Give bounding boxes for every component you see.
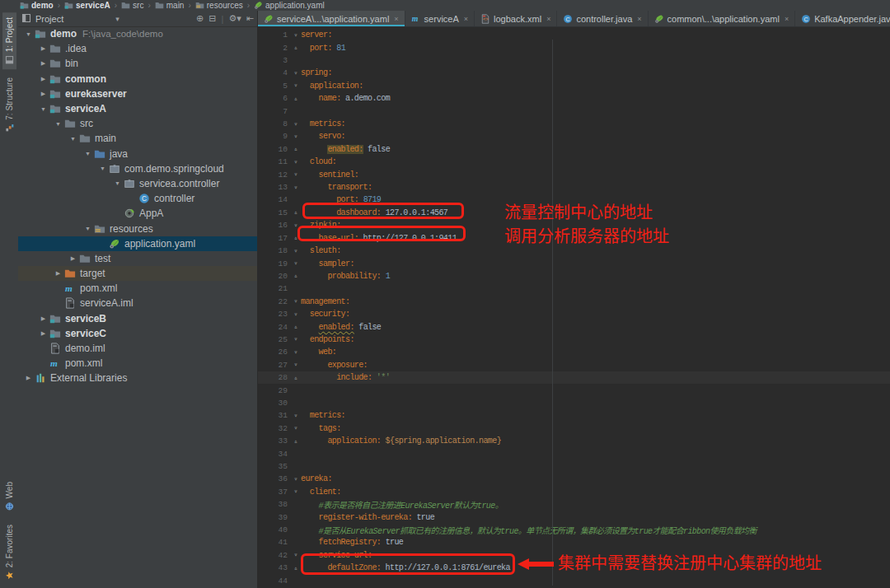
fold-end-icon[interactable]: ▵ xyxy=(291,438,301,445)
code-line-24[interactable]: 24▵ enabled: false xyxy=(258,320,890,333)
tree-item-demo[interactable]: ▼demoF:\java_code\demo xyxy=(18,26,257,41)
tree-expand-arrow-icon[interactable]: ▶ xyxy=(23,375,34,381)
fold-start-icon[interactable]: ▿ xyxy=(291,222,301,229)
code-line-20[interactable]: 20▵ probability: 1 xyxy=(258,270,890,282)
code-line-26[interactable]: 26▿ web: xyxy=(258,346,890,358)
tree-item-appa[interactable]: AppA xyxy=(18,206,257,221)
editor-tab-controller-java[interactable]: Ccontroller.java× xyxy=(557,11,648,26)
tree-item-servicea-controller[interactable]: ▼servicea.controller xyxy=(18,176,257,191)
fold-start-icon[interactable]: ▿ xyxy=(291,488,301,495)
tree-expand-arrow-icon[interactable]: ▶ xyxy=(38,315,49,322)
hide-panel-icon[interactable]: ⇤ xyxy=(246,13,254,24)
code-line-17[interactable]: 17▵ base-url: http://127.0.0.1:9411 xyxy=(258,232,890,245)
code-line-1[interactable]: 1▿server: xyxy=(258,29,890,41)
editor-tab-logback-xml[interactable]: <>logback.xml× xyxy=(475,11,557,26)
code-editor[interactable]: 1▿server:2▵ port: 8134▿spring:5▿ applica… xyxy=(258,27,890,588)
fold-end-icon[interactable]: ▵ xyxy=(291,96,301,102)
editor-tab-kafkaappender-java[interactable]: CKafkaAppender.java× xyxy=(795,11,890,26)
fold-end-icon[interactable]: ▵ xyxy=(291,273,301,279)
tree-item-src[interactable]: ▼src xyxy=(18,116,257,131)
tree-item-pom-xml[interactable]: mpom.xml xyxy=(18,356,257,371)
tool-window-button-web[interactable]: Web xyxy=(2,477,16,516)
breadcrumb-item-resources[interactable]: resources xyxy=(195,1,243,10)
code-line-13[interactable]: 13▿ transport: xyxy=(258,181,890,194)
code-line-19[interactable]: 19▿ sampler: xyxy=(258,257,890,269)
code-line-5[interactable]: 5▿ application: xyxy=(258,80,890,92)
fold-start-icon[interactable]: ▿ xyxy=(291,425,301,432)
fold-end-icon[interactable]: ▵ xyxy=(291,209,301,216)
code-line-32[interactable]: 32▿ tags: xyxy=(258,422,890,435)
code-line-2[interactable]: 2▵ port: 81 xyxy=(258,41,890,54)
fold-start-icon[interactable]: ▿ xyxy=(291,336,301,343)
code-line-9[interactable]: 9▿ servo: xyxy=(258,130,890,142)
tree-expand-arrow-icon[interactable]: ▶ xyxy=(38,45,49,52)
fold-start-icon[interactable]: ▿ xyxy=(291,476,301,483)
tree-item-eurekaserver[interactable]: ▶eurekaserver xyxy=(18,86,257,101)
close-icon[interactable]: × xyxy=(785,15,789,23)
code-line-38[interactable]: 38 #表示是否将自己注册进EurekaServer默认为true。 xyxy=(258,498,890,511)
tree-expand-arrow-icon[interactable]: ▼ xyxy=(82,151,93,156)
close-icon[interactable]: × xyxy=(546,15,550,23)
code-line-18[interactable]: 18▿ sleuth: xyxy=(258,245,890,257)
fold-start-icon[interactable]: ▿ xyxy=(291,552,301,558)
fold-start-icon[interactable]: ▿ xyxy=(291,298,301,305)
code-line-14[interactable]: 14 port: 8719 xyxy=(258,194,890,206)
fold-start-icon[interactable]: ▿ xyxy=(291,70,301,77)
code-line-15[interactable]: 15▵ dashboard: 127.0.0.1:4567 xyxy=(258,207,890,219)
code-line-12[interactable]: 12▿ sentinel: xyxy=(258,168,890,180)
fold-end-icon[interactable]: ▵ xyxy=(291,235,301,241)
tree-expand-arrow-icon[interactable]: ▶ xyxy=(38,76,49,82)
code-line-6[interactable]: 6▵ name: a.demo.com xyxy=(258,92,890,105)
tree-item-target[interactable]: ▶target xyxy=(18,266,257,281)
close-icon[interactable]: × xyxy=(637,15,641,23)
tree-expand-arrow-icon[interactable]: ▶ xyxy=(38,330,49,337)
tree-expand-arrow-icon[interactable]: ▶ xyxy=(38,91,49,97)
code-line-41[interactable]: 41 fetchRegistry: true xyxy=(258,536,890,548)
tree-expand-arrow-icon[interactable]: ▼ xyxy=(97,166,108,171)
tree-expand-arrow-icon[interactable]: ▼ xyxy=(82,226,93,231)
tree-expand-arrow-icon[interactable]: ▶ xyxy=(68,255,78,262)
tree-expand-arrow-icon[interactable]: ▼ xyxy=(38,106,49,112)
fold-end-icon[interactable]: ▵ xyxy=(291,146,301,152)
tree-item-controller[interactable]: Ccontroller xyxy=(18,191,257,206)
code-line-33[interactable]: 33▵ application: ${spring.application.na… xyxy=(258,435,890,447)
fold-start-icon[interactable]: ▿ xyxy=(291,121,301,128)
fold-start-icon[interactable]: ▿ xyxy=(291,413,301,419)
fold-start-icon[interactable]: ▿ xyxy=(291,32,301,39)
fold-start-icon[interactable]: ▿ xyxy=(291,171,301,178)
fold-start-icon[interactable]: ▿ xyxy=(291,349,301,356)
code-line-25[interactable]: 25▿ endpoints: xyxy=(258,334,890,346)
code-line-8[interactable]: 8▿ metrics: xyxy=(258,118,890,130)
tree-item-serviceb[interactable]: ▶serviceB xyxy=(18,311,257,326)
code-line-23[interactable]: 23▿ security: xyxy=(258,308,890,320)
code-line-4[interactable]: 4▿spring: xyxy=(258,67,890,79)
settings-gear-icon[interactable]: ⚙▾ xyxy=(228,13,241,24)
code-line-11[interactable]: 11▿ cloud: xyxy=(258,156,890,168)
tool-window-button-2-favorites[interactable]: 2: Favorites xyxy=(2,520,16,585)
close-icon[interactable]: × xyxy=(464,15,468,23)
code-line-36[interactable]: 36▿eureka: xyxy=(258,473,890,485)
tree-item-java[interactable]: ▼java xyxy=(18,147,257,161)
close-icon[interactable]: × xyxy=(394,15,398,23)
tree-expand-arrow-icon[interactable]: ▶ xyxy=(53,270,63,277)
tree-item-common[interactable]: ▶common xyxy=(18,72,257,86)
tree-expand-arrow-icon[interactable]: ▶ xyxy=(38,60,49,67)
editor-tab-servicea[interactable]: mserviceA× xyxy=(405,11,475,26)
code-line-40[interactable]: 40 #是否从EurekaServer抓取已有的注册信息，默认为true。单节点… xyxy=(258,524,890,536)
code-line-34[interactable]: 34 xyxy=(258,447,890,460)
code-line-35[interactable]: 35 xyxy=(258,460,890,473)
breadcrumb-item-src[interactable]: src xyxy=(121,1,143,10)
fold-end-icon[interactable]: ▵ xyxy=(291,565,301,572)
code-line-30[interactable]: 30 xyxy=(258,397,890,409)
tree-expand-arrow-icon[interactable]: ▼ xyxy=(23,31,34,37)
code-line-7[interactable]: 7 xyxy=(258,105,890,117)
tree-item-main[interactable]: ▼main xyxy=(18,131,257,146)
tree-item-servicea[interactable]: ▼serviceA xyxy=(18,101,257,116)
editor-tab-common-application-yaml[interactable]: common\...\application.yaml× xyxy=(649,11,796,26)
code-line-42[interactable]: 42▿ service-url: xyxy=(258,549,890,562)
code-line-37[interactable]: 37▿ client: xyxy=(258,486,890,498)
collapse-all-icon[interactable]: ⊟ xyxy=(208,13,216,24)
code-line-43[interactable]: 43▵ defaultZone: http://127.0.0.1:8761/e… xyxy=(258,562,890,574)
tree-item-external-libraries[interactable]: ▶External Libraries xyxy=(18,371,257,385)
fold-start-icon[interactable]: ▿ xyxy=(291,82,301,89)
